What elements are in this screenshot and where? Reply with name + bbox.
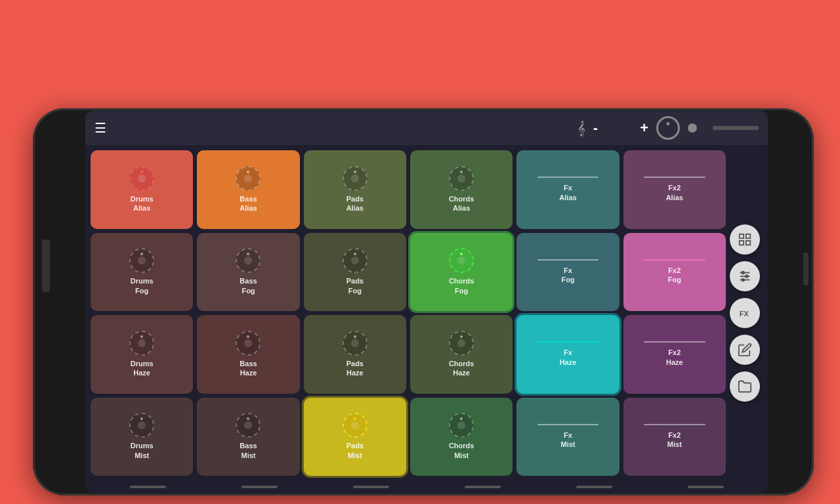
pad-bass-alias[interactable]: BassAlias xyxy=(197,150,299,229)
pad-knob-dot xyxy=(354,417,356,420)
side-btn-folder[interactable] xyxy=(730,371,760,402)
pad-fx-fog[interactable]: FxFog xyxy=(516,233,619,312)
pad-knob xyxy=(129,248,154,273)
bpm-plus[interactable]: + xyxy=(640,119,648,136)
pad-grid: DrumsAlias BassAlias PadsAlias ChordsAli… xyxy=(91,150,726,476)
pad-fx-haze[interactable]: FxHaze xyxy=(516,315,619,394)
pad-label: BassFog xyxy=(240,276,257,295)
pad-fx-alias[interactable]: FxAlias xyxy=(516,150,619,229)
grid-area: DrumsAlias BassAlias PadsAlias ChordsAli… xyxy=(85,145,768,481)
pad-fx2-mist[interactable]: Fx2Mist xyxy=(623,398,726,476)
pad-knob xyxy=(343,166,368,191)
svg-rect-3 xyxy=(746,241,750,245)
pad-knob-dot xyxy=(247,417,249,420)
pad-fx2-fog[interactable]: Fx2Fog xyxy=(623,233,726,312)
pad-knob xyxy=(343,413,368,438)
pad-knob xyxy=(236,166,261,191)
pad-knob-dot xyxy=(247,335,249,338)
phone-frame: ☰ 𝄞 - + DrumsAlias BassAlias xyxy=(33,108,814,495)
menu-icon[interactable]: ☰ xyxy=(94,120,106,136)
pad-label: PadsMist xyxy=(346,441,364,460)
pad-line xyxy=(644,424,705,425)
pad-knob-dot xyxy=(460,253,463,255)
dial-dot xyxy=(667,122,670,125)
side-btn-edit[interactable] xyxy=(730,335,760,365)
pad-knob-center xyxy=(244,175,252,182)
pad-knob-center xyxy=(457,257,465,264)
side-btn-grid[interactable] xyxy=(730,224,760,255)
bottom-indicator xyxy=(576,486,612,488)
pad-drums-fog[interactable]: DrumsFog xyxy=(91,233,193,312)
pad-knob-dot xyxy=(354,335,356,338)
pad-pads-alias[interactable]: PadsAlias xyxy=(304,150,406,229)
pad-label: ChordsMist xyxy=(449,441,474,460)
pad-drums-alias[interactable]: DrumsAlias xyxy=(91,150,193,229)
side-btn-mixer[interactable] xyxy=(730,261,760,291)
record-dot xyxy=(688,123,697,133)
pad-pads-fog[interactable]: PadsFog xyxy=(304,233,406,312)
bpm-minus[interactable]: - xyxy=(593,119,598,136)
pad-pads-haze[interactable]: PadsHaze xyxy=(304,315,406,394)
metronome-icon[interactable]: 𝄞 xyxy=(578,121,585,136)
pad-knob-center xyxy=(351,421,359,429)
pad-chords-fog[interactable]: ChordsFog xyxy=(410,233,513,312)
pad-knob-center xyxy=(351,257,359,264)
pad-chords-haze[interactable]: ChordsHaze xyxy=(410,315,513,394)
dial[interactable] xyxy=(656,116,680,140)
pad-pads-mist[interactable]: PadsMist xyxy=(304,398,406,476)
pad-knob-center xyxy=(457,339,465,347)
pad-drums-mist[interactable]: DrumsMist xyxy=(91,398,193,476)
top-bar: ☰ 𝄞 - + xyxy=(85,111,768,145)
pad-chords-alias[interactable]: ChordsAlias xyxy=(410,150,513,229)
rec-bar xyxy=(713,126,759,130)
pad-knob-center xyxy=(138,175,146,182)
pad-bass-mist[interactable]: BassMist xyxy=(197,398,299,476)
bottom-indicator xyxy=(242,486,278,488)
pad-bass-haze[interactable]: BassHaze xyxy=(197,315,299,394)
pad-line xyxy=(537,424,599,425)
pad-knob xyxy=(129,413,154,438)
pad-chords-mist[interactable]: ChordsMist xyxy=(410,398,513,476)
pad-label: FxAlias xyxy=(559,183,576,202)
pad-label: Fx2Mist xyxy=(667,430,682,450)
pad-drums-haze[interactable]: DrumsHaze xyxy=(91,315,193,394)
pad-label: ChordsHaze xyxy=(449,359,474,378)
pad-knob xyxy=(449,331,474,356)
pad-label: FxHaze xyxy=(560,348,577,367)
pad-knob xyxy=(236,413,261,438)
pad-knob xyxy=(449,166,474,191)
pad-knob-dot xyxy=(354,171,356,173)
pad-label: Fx2Fog xyxy=(668,266,681,285)
pad-knob-dot xyxy=(460,171,463,173)
pad-label: BassMist xyxy=(240,441,257,460)
pad-knob-dot xyxy=(247,253,249,255)
pad-line xyxy=(537,177,599,178)
pad-line xyxy=(644,177,705,178)
pad-fx2-alias[interactable]: Fx2Alias xyxy=(623,150,726,229)
pad-label: DrumsFog xyxy=(131,276,154,295)
phone-left-button xyxy=(42,240,50,292)
pad-line xyxy=(644,341,705,343)
pad-knob xyxy=(129,331,154,356)
phone-right-button xyxy=(803,253,808,285)
pad-knob xyxy=(449,413,474,438)
pad-bass-fog[interactable]: BassFog xyxy=(197,233,299,312)
pad-fx-mist[interactable]: FxMist xyxy=(516,398,619,476)
svg-point-8 xyxy=(746,275,748,278)
pad-line xyxy=(537,341,599,343)
side-btn-fx[interactable]: FX xyxy=(730,298,760,328)
pad-knob xyxy=(236,331,261,356)
pad-knob-dot xyxy=(140,171,143,173)
pad-knob xyxy=(129,166,154,191)
pad-knob-center xyxy=(457,421,465,429)
pad-label: BassHaze xyxy=(240,359,257,378)
pad-fx2-haze[interactable]: Fx2Haze xyxy=(623,315,726,394)
pad-knob xyxy=(343,331,368,356)
pad-knob xyxy=(236,248,261,273)
pad-knob-center xyxy=(244,257,252,264)
pad-label: Fx2Alias xyxy=(666,183,683,202)
pad-knob-center xyxy=(457,175,465,182)
svg-point-9 xyxy=(742,279,744,282)
svg-rect-1 xyxy=(746,234,750,238)
side-buttons: FX xyxy=(730,150,764,476)
